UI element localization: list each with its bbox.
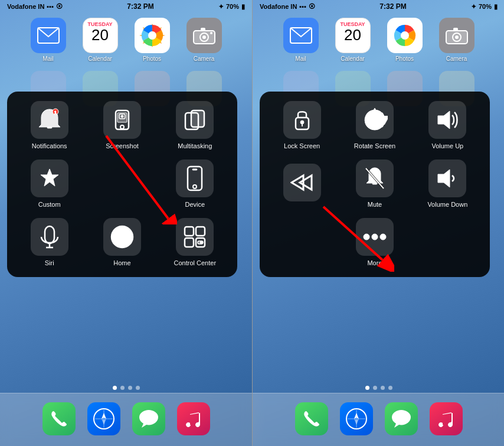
status-right-right: ✦ 70% ▮ bbox=[471, 3, 498, 11]
page-dot-r4 bbox=[388, 386, 392, 390]
page-dots-right bbox=[253, 386, 504, 390]
photos-label-right: Photos bbox=[395, 56, 414, 62]
calendar-icon-left: Tuesday 20 bbox=[83, 18, 118, 53]
app-photos-right[interactable]: Photos bbox=[384, 18, 426, 62]
camera-icon-left bbox=[186, 18, 222, 53]
mail-icon-right bbox=[283, 18, 319, 53]
volume-up-icon bbox=[428, 101, 466, 139]
assistive-mute[interactable]: Mute bbox=[342, 159, 407, 209]
assistive-screenshot[interactable]: Screenshot bbox=[89, 101, 155, 150]
mute-icon bbox=[356, 159, 394, 197]
dock-phone-left[interactable] bbox=[42, 402, 76, 435]
mail-icon bbox=[31, 18, 66, 53]
app-mail-left[interactable]: Mail bbox=[28, 18, 69, 62]
app-camera-left[interactable]: Camera bbox=[184, 18, 225, 62]
calendar-label-right: Calendar bbox=[341, 56, 365, 62]
signal-icon-right: ▪▪▪ bbox=[299, 3, 306, 10]
camera-label-right: Camera bbox=[446, 56, 467, 62]
svg-point-44 bbox=[455, 35, 459, 39]
status-left: Vodafone IN ▪▪▪ ⦿ bbox=[7, 3, 63, 10]
svg-rect-21 bbox=[192, 169, 197, 170]
dock-music-right[interactable] bbox=[430, 402, 463, 435]
svg-point-15 bbox=[121, 115, 123, 118]
battery-icon-left: ▮ bbox=[241, 3, 245, 11]
custom-label: Custom bbox=[38, 201, 61, 209]
assistive-device[interactable]: Device bbox=[162, 159, 228, 209]
svg-marker-18 bbox=[41, 169, 58, 186]
svg-point-2 bbox=[148, 31, 156, 40]
dock-safari-right[interactable] bbox=[340, 402, 373, 435]
camera-icon-right bbox=[439, 18, 474, 53]
svg-point-41 bbox=[401, 31, 409, 40]
svg-rect-55 bbox=[372, 183, 377, 184]
svg-point-7 bbox=[210, 32, 212, 34]
screenshot-icon bbox=[103, 101, 141, 139]
assistive-siri[interactable]: Siri bbox=[17, 218, 82, 267]
assistive-volume-up[interactable]: Volume Up bbox=[415, 101, 480, 150]
right-screen: Vodafone IN ▪▪▪ ⦿ 7:32 PM ✦ 70% ▮ Mail T… bbox=[253, 0, 504, 446]
page-dot-r3 bbox=[381, 386, 385, 390]
assistive-custom[interactable]: Custom bbox=[17, 159, 82, 209]
notifications-label: Notifications bbox=[32, 142, 67, 150]
page-dot-r1 bbox=[365, 386, 369, 390]
dock-messages-left[interactable] bbox=[132, 402, 165, 435]
svg-point-60 bbox=[372, 234, 378, 240]
status-right-left: ✦ 70% ▮ bbox=[218, 3, 245, 11]
svg-rect-28 bbox=[185, 238, 194, 247]
dock-messages-right[interactable] bbox=[385, 402, 418, 435]
assistive-notifications[interactable]: 1 Notifications bbox=[17, 101, 82, 150]
svg-rect-6 bbox=[201, 28, 205, 31]
assistive-control-center[interactable]: Control Center bbox=[162, 218, 228, 267]
control-center-label: Control Center bbox=[174, 259, 217, 267]
lock-screen-label: Lock Screen bbox=[284, 142, 320, 150]
lock-screen-icon bbox=[283, 101, 321, 139]
status-bar-right: Vodafone IN ▪▪▪ ⦿ 7:32 PM ✦ 70% ▮ bbox=[253, 0, 504, 13]
rotate-screen-icon bbox=[356, 101, 394, 139]
svg-marker-58 bbox=[438, 170, 450, 187]
assistive-grid-left: 1 Notifications Screensh bbox=[17, 101, 228, 268]
page-dot-2 bbox=[120, 386, 125, 390]
carrier-right: Vodafone IN bbox=[260, 3, 297, 10]
empty-icon bbox=[103, 165, 141, 203]
device-icon bbox=[176, 159, 214, 197]
more-icon bbox=[356, 218, 394, 256]
custom-icon bbox=[31, 159, 68, 197]
assistive-back[interactable] bbox=[269, 159, 335, 209]
svg-point-31 bbox=[200, 242, 202, 244]
page-dot-4 bbox=[136, 386, 140, 390]
dock-right bbox=[253, 393, 504, 446]
status-time-right: 7:32 PM bbox=[379, 2, 406, 11]
page-dot-3 bbox=[128, 386, 132, 390]
assistive-more[interactable]: More bbox=[342, 218, 407, 267]
carrier-left: Vodafone IN bbox=[7, 3, 44, 10]
svg-point-47 bbox=[300, 121, 304, 124]
app-calendar-right[interactable]: Tuesday 20 Calendar bbox=[332, 18, 374, 62]
photos-icon-left bbox=[135, 18, 170, 53]
dock-safari-left[interactable] bbox=[87, 402, 120, 435]
wifi-icon: ⦿ bbox=[56, 3, 63, 10]
dock-phone-right[interactable] bbox=[295, 402, 328, 435]
app-calendar-left[interactable]: Tuesday 20 Calendar bbox=[80, 18, 121, 62]
left-screen: Vodafone IN ▪▪▪ ⦿ 7:32 PM ✦ 70% ▮ Mail T… bbox=[0, 0, 252, 446]
assistive-multitasking[interactable]: Multitasking bbox=[162, 101, 228, 150]
top-app-row-left: Mail Tuesday 20 Calendar bbox=[0, 18, 252, 62]
app-camera-right[interactable]: Camera bbox=[436, 18, 477, 62]
app-photos-left[interactable]: Photos bbox=[132, 18, 173, 62]
svg-point-59 bbox=[364, 234, 369, 240]
multitasking-icon bbox=[176, 101, 214, 139]
assistive-rotate-screen[interactable]: Rotate Screen bbox=[342, 101, 407, 150]
dock-music-left[interactable] bbox=[177, 402, 210, 435]
assistive-lock-screen[interactable]: Lock Screen bbox=[269, 101, 335, 150]
page-dots-left bbox=[0, 386, 252, 390]
volume-up-label: Volume Up bbox=[431, 142, 463, 150]
bt-icon: ✦ bbox=[218, 3, 224, 11]
calendar-label-left: Calendar bbox=[88, 56, 112, 62]
dock-left bbox=[0, 393, 252, 446]
page-dot-r2 bbox=[373, 386, 377, 390]
svg-rect-26 bbox=[185, 227, 194, 236]
signal-icon: ▪▪▪ bbox=[47, 3, 54, 10]
assistive-volume-down[interactable]: Volume Down bbox=[415, 159, 480, 209]
app-mail-right[interactable]: Mail bbox=[280, 18, 322, 62]
assistive-home[interactable]: Home bbox=[89, 218, 155, 267]
siri-icon bbox=[31, 218, 68, 256]
